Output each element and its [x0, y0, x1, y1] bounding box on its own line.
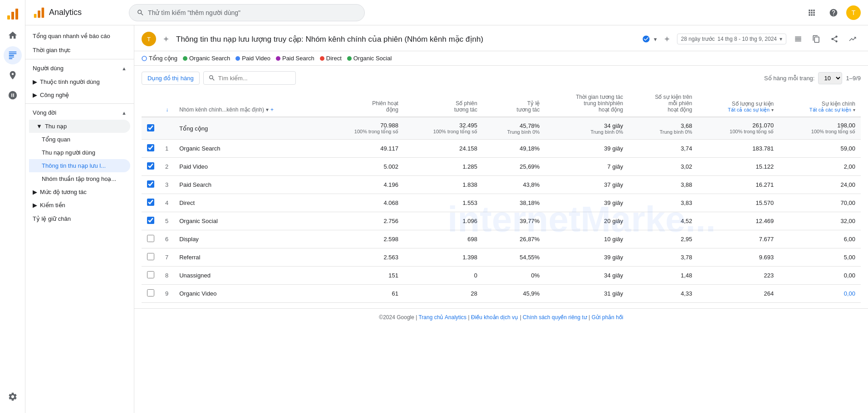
date-selector[interactable]: 28 ngày trước 14 thg 8 - 10 thg 9, 2024 …	[677, 34, 786, 44]
table-row-total: Tổng cộng 70.988 100% trong tổng số 32.4…	[142, 117, 861, 140]
row-engaged-sessions: 28	[404, 285, 483, 303]
total-active-sessions: 70.988 100% trong tổng số	[325, 117, 404, 140]
footer-link-feedback[interactable]: Gửi phản hồi	[592, 314, 623, 321]
row-engaged-sessions: 0	[404, 267, 483, 285]
total-event-count: 261.070 100% trong tổng số	[697, 117, 779, 140]
row-event-count: 9.693	[697, 248, 779, 267]
row-events-per-session: 3,02	[628, 158, 697, 176]
row-checkbox[interactable]	[147, 235, 154, 242]
compare-btn[interactable]	[808, 31, 824, 47]
th-engaged-sessions[interactable]: Số phiêntương tác	[404, 90, 483, 117]
nav-sub-item-cohort[interactable]: Nhóm thuần tập trong hoạ...	[29, 172, 130, 185]
th-event-count[interactable]: Số lượng sự kiện Tất cả các sự kiện ▾	[697, 90, 779, 117]
filter-direct[interactable]: Direct	[320, 55, 342, 62]
row-checkbox[interactable]	[147, 271, 154, 278]
filter-dot-organic-social	[347, 56, 352, 61]
filter-dot-paid-video	[235, 56, 240, 61]
row-channel: Direct	[174, 194, 325, 212]
search-input[interactable]	[148, 9, 357, 16]
share-btn[interactable]	[826, 31, 843, 47]
filter-paid-search[interactable]: Paid Search	[276, 55, 314, 62]
footer-link-terms[interactable]: Điều khoản dịch vụ	[471, 314, 518, 321]
sidebar-icon-home[interactable]	[4, 26, 22, 44]
avatar[interactable]: T	[846, 5, 861, 20]
th-channel[interactable]: Nhóm kênh chính...kênh mặc định) ▾ +	[174, 90, 325, 117]
row-events-per-session: 4,52	[628, 212, 697, 230]
nav-item-retention[interactable]: Tỷ lệ giữ chân	[25, 212, 130, 226]
key-events-dropdown[interactable]: ▾	[853, 107, 855, 112]
th-key-events[interactable]: Sự kiện chính Tất cả các sự kiện ▾	[779, 90, 861, 117]
nav-section-lifecycle[interactable]: Vòng đời ▲	[25, 106, 134, 120]
chart-toggle-btn[interactable]: Dụng đồ thị hàng	[142, 72, 200, 85]
grid-icon-btn[interactable]	[803, 4, 821, 22]
nav-item-realtime[interactable]: Thời gian thực	[25, 43, 130, 57]
filter-dot-direct	[320, 56, 324, 61]
row-checkbox[interactable]	[147, 199, 154, 206]
svg-rect-2	[15, 9, 18, 19]
row-key-events: 32,00	[779, 212, 861, 230]
channel-dropdown-icon[interactable]: ▾	[266, 107, 269, 113]
th-avg-engagement[interactable]: Thời gian tương táctrung bình/phiênhoạt …	[545, 90, 628, 117]
sidebar-icon-settings[interactable]	[4, 388, 22, 406]
row-key-events: 6,00	[779, 230, 861, 248]
table-search-input[interactable]	[218, 75, 291, 82]
topbar: Analytics T	[25, 0, 868, 25]
sidebar-icon-advertising[interactable]	[4, 86, 22, 104]
view-toggle-btn[interactable]	[790, 31, 806, 47]
row-engaged-sessions: 1.285	[404, 158, 483, 176]
row-channel: Paid Video	[174, 158, 325, 176]
event-count-dropdown[interactable]: ▾	[771, 107, 774, 112]
nav-item-engagement[interactable]: ▶ Mức độ tương tác	[25, 185, 134, 199]
chevron-down-icon[interactable]: ▾	[654, 36, 657, 43]
total-checkbox[interactable]	[147, 124, 154, 131]
row-checkbox[interactable]	[147, 144, 154, 151]
table-row: 4 Direct 4.068 1.553 38,18% 39 giây 3,83…	[142, 194, 861, 212]
sidebar-icon-explore[interactable]	[4, 66, 22, 84]
footer-link-home[interactable]: Trang chủ Analytics	[418, 314, 466, 321]
compare-icon	[812, 35, 820, 43]
sidebar-icon-reports[interactable]	[4, 46, 22, 64]
nav-item-overview[interactable]: Tổng quan nhanh về báo cáo	[25, 29, 130, 43]
row-checkbox[interactable]	[147, 162, 154, 170]
add-report-btn[interactable]	[160, 33, 172, 45]
nav-sub-item-traffic-info[interactable]: Thông tin thu nạp lưu l...	[29, 159, 130, 172]
th-engagement-rate[interactable]: Tỷ lệtương tác	[483, 90, 545, 117]
filter-total[interactable]: Tổng cộng	[142, 55, 177, 62]
row-engagement-rate: 39,77%	[483, 212, 545, 230]
nav-item-technology[interactable]: ▶ Công nghệ	[25, 88, 134, 102]
filter-organic-social[interactable]: Organic Social	[347, 55, 392, 62]
nav-item-acquisition[interactable]: ▼ Thu nạp	[29, 120, 130, 133]
row-checkbox[interactable]	[147, 289, 154, 296]
rows-select[interactable]: 10 25 50	[818, 72, 842, 84]
row-checkbox[interactable]	[147, 253, 154, 260]
footer-link-privacy[interactable]: Chính sách quyền riêng tư	[523, 314, 587, 321]
table-row: 9 Organic Video 61 28 45,9% 31 giây 4,33…	[142, 285, 861, 303]
plus-circle-icon	[663, 35, 671, 43]
row-checkbox[interactable]	[147, 180, 154, 188]
help-icon-btn[interactable]	[824, 4, 843, 22]
grid-icon	[807, 8, 816, 17]
row-avg-engagement: 31 giây	[545, 285, 628, 303]
nav-section-users[interactable]: Người dùng ▲	[25, 61, 134, 75]
row-key-events: 5,00	[779, 248, 861, 267]
nav-sub-item-overview[interactable]: Tổng quan	[29, 133, 130, 146]
nav-item-user-attrs[interactable]: ▶ Thuộc tính người dùng	[25, 75, 134, 88]
add-dimension-icon[interactable]: +	[270, 107, 274, 113]
analytics-logo	[6, 7, 20, 21]
svg-point-6	[142, 56, 147, 61]
filter-organic-search[interactable]: Organic Search	[183, 55, 230, 62]
row-channel: Organic Social	[174, 212, 325, 230]
th-sort[interactable]: ↓	[160, 90, 174, 117]
row-checkbox[interactable]	[147, 217, 154, 224]
row-engagement-rate: 45,9%	[483, 285, 545, 303]
trend-btn[interactable]	[844, 31, 861, 47]
nav-sub-item-user-acquisition[interactable]: Thu nạp người dùng	[29, 146, 130, 159]
filter-paid-video[interactable]: Paid Video	[235, 55, 270, 62]
th-events-per-session[interactable]: Số sự kiện trênmỗi phiênhoạt động	[628, 90, 697, 117]
table-section: Dụng đồ thị hàng Số hàng mỗi trang: 10 2…	[134, 66, 868, 308]
total-key-events: 198,00 100% trong tổng số	[779, 117, 861, 140]
search-bar[interactable]	[129, 4, 365, 21]
nav-item-monetization[interactable]: ▶ Kiếm tiền	[25, 199, 134, 212]
th-active-sessions[interactable]: Phiên hoạtđộng	[325, 90, 404, 117]
add-compare-btn[interactable]	[661, 33, 673, 45]
